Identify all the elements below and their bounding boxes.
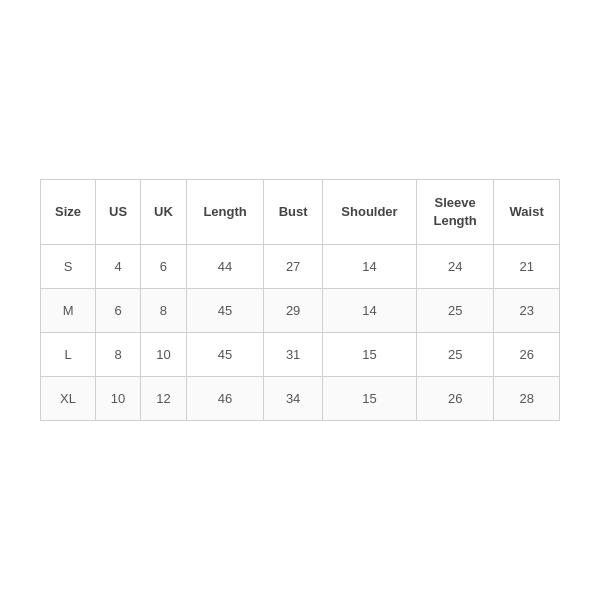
cell-sleeve_length: 24 [417,245,494,289]
cell-us: 10 [96,377,141,421]
header-length: Length [186,179,263,244]
cell-waist: 21 [494,245,560,289]
cell-bust: 27 [264,245,323,289]
table-row: M684529142523 [41,289,560,333]
cell-size: S [41,245,96,289]
cell-us: 6 [96,289,141,333]
cell-bust: 34 [264,377,323,421]
table-row: XL10124634152628 [41,377,560,421]
cell-sleeve_length: 25 [417,333,494,377]
cell-us: 4 [96,245,141,289]
cell-waist: 23 [494,289,560,333]
cell-length: 46 [186,377,263,421]
cell-sleeve_length: 26 [417,377,494,421]
cell-us: 8 [96,333,141,377]
cell-length: 44 [186,245,263,289]
header-size: Size [41,179,96,244]
header-waist: Waist [494,179,560,244]
cell-bust: 29 [264,289,323,333]
header-us: US [96,179,141,244]
cell-length: 45 [186,289,263,333]
header-uk: UK [141,179,187,244]
size-chart-container: Size US UK Length Bust Shoulder SleeveLe… [40,179,560,421]
size-chart-table: Size US UK Length Bust Shoulder SleeveLe… [40,179,560,421]
table-body: S464427142421M684529142523L8104531152526… [41,245,560,421]
header-bust: Bust [264,179,323,244]
cell-uk: 6 [141,245,187,289]
cell-size: XL [41,377,96,421]
cell-shoulder: 14 [323,245,417,289]
cell-shoulder: 15 [323,377,417,421]
header-sleeve-length: SleeveLength [417,179,494,244]
cell-waist: 26 [494,333,560,377]
header-shoulder: Shoulder [323,179,417,244]
cell-length: 45 [186,333,263,377]
cell-uk: 10 [141,333,187,377]
cell-uk: 12 [141,377,187,421]
cell-bust: 31 [264,333,323,377]
table-row: L8104531152526 [41,333,560,377]
cell-shoulder: 15 [323,333,417,377]
cell-sleeve_length: 25 [417,289,494,333]
cell-uk: 8 [141,289,187,333]
cell-size: M [41,289,96,333]
table-header-row: Size US UK Length Bust Shoulder SleeveLe… [41,179,560,244]
cell-waist: 28 [494,377,560,421]
cell-shoulder: 14 [323,289,417,333]
table-row: S464427142421 [41,245,560,289]
cell-size: L [41,333,96,377]
